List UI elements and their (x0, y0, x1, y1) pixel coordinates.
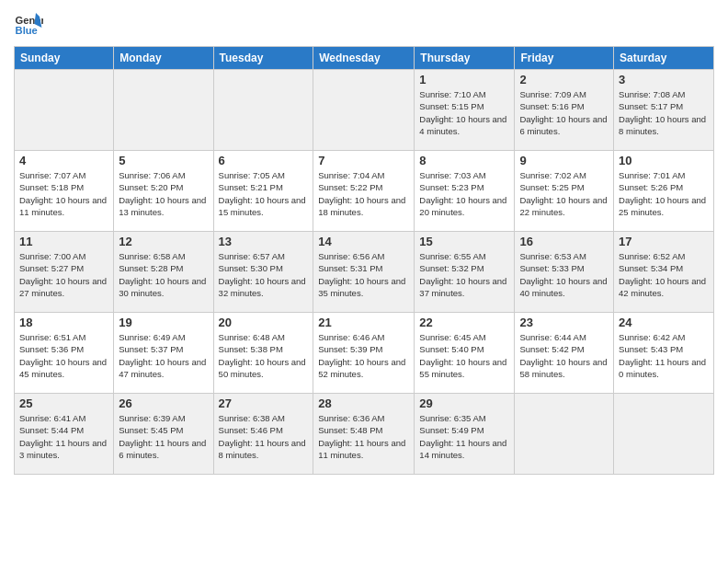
week-row-3: 11Sunrise: 7:00 AM Sunset: 5:27 PM Dayli… (15, 232, 714, 313)
day-cell (114, 70, 213, 151)
day-number: 3 (619, 73, 709, 86)
day-info: Sunrise: 6:44 AM Sunset: 5:42 PM Dayligh… (519, 331, 609, 380)
day-cell: 19Sunrise: 6:49 AM Sunset: 5:37 PM Dayli… (114, 313, 213, 394)
day-number: 20 (219, 316, 309, 329)
day-number: 25 (19, 396, 108, 410)
week-row-5: 25Sunrise: 6:41 AM Sunset: 5:44 PM Dayli… (15, 394, 714, 475)
day-number: 5 (119, 154, 208, 167)
weekday-header-wednesday: Wednesday (313, 47, 415, 70)
day-info: Sunrise: 7:10 AM Sunset: 5:15 PM Dayligh… (419, 88, 509, 137)
day-info: Sunrise: 7:01 AM Sunset: 5:26 PM Dayligh… (619, 169, 709, 218)
weekday-header-thursday: Thursday (415, 47, 515, 70)
day-info: Sunrise: 6:36 AM Sunset: 5:48 PM Dayligh… (318, 412, 409, 461)
day-info: Sunrise: 6:45 AM Sunset: 5:40 PM Dayligh… (419, 331, 509, 380)
day-cell: 28Sunrise: 6:36 AM Sunset: 5:48 PM Dayli… (313, 394, 415, 475)
day-number: 1 (419, 73, 509, 86)
day-info: Sunrise: 6:52 AM Sunset: 5:34 PM Dayligh… (619, 250, 709, 299)
day-cell: 29Sunrise: 6:35 AM Sunset: 5:49 PM Dayli… (415, 394, 515, 475)
day-info: Sunrise: 6:41 AM Sunset: 5:44 PM Dayligh… (19, 412, 108, 461)
day-cell: 6Sunrise: 7:05 AM Sunset: 5:21 PM Daylig… (213, 151, 313, 232)
day-cell: 3Sunrise: 7:08 AM Sunset: 5:17 PM Daylig… (614, 70, 714, 151)
page-container: General Blue SundayMondayTuesdayWednesda… (0, 0, 728, 479)
day-number: 17 (619, 235, 709, 248)
day-number: 13 (219, 235, 309, 248)
day-cell (614, 394, 714, 475)
day-info: Sunrise: 6:55 AM Sunset: 5:32 PM Dayligh… (419, 250, 509, 299)
day-cell: 25Sunrise: 6:41 AM Sunset: 5:44 PM Dayli… (15, 394, 114, 475)
day-info: Sunrise: 7:07 AM Sunset: 5:18 PM Dayligh… (19, 169, 108, 218)
day-info: Sunrise: 6:46 AM Sunset: 5:39 PM Dayligh… (318, 331, 409, 380)
day-info: Sunrise: 6:57 AM Sunset: 5:30 PM Dayligh… (219, 250, 309, 299)
day-info: Sunrise: 7:03 AM Sunset: 5:23 PM Dayligh… (419, 169, 509, 218)
weekday-header-tuesday: Tuesday (213, 47, 313, 70)
day-cell: 5Sunrise: 7:06 AM Sunset: 5:20 PM Daylig… (114, 151, 213, 232)
day-info: Sunrise: 6:56 AM Sunset: 5:31 PM Dayligh… (318, 250, 409, 299)
day-info: Sunrise: 6:35 AM Sunset: 5:49 PM Dayligh… (419, 412, 509, 461)
svg-text:Blue: Blue (16, 25, 38, 36)
day-info: Sunrise: 6:58 AM Sunset: 5:28 PM Dayligh… (119, 250, 208, 299)
week-row-4: 18Sunrise: 6:51 AM Sunset: 5:36 PM Dayli… (15, 313, 714, 394)
day-cell: 14Sunrise: 6:56 AM Sunset: 5:31 PM Dayli… (313, 232, 415, 313)
day-cell: 23Sunrise: 6:44 AM Sunset: 5:42 PM Dayli… (515, 313, 614, 394)
day-cell: 10Sunrise: 7:01 AM Sunset: 5:26 PM Dayli… (614, 151, 714, 232)
day-cell: 11Sunrise: 7:00 AM Sunset: 5:27 PM Dayli… (15, 232, 114, 313)
day-cell (313, 70, 415, 151)
week-row-1: 1Sunrise: 7:10 AM Sunset: 5:15 PM Daylig… (15, 70, 714, 151)
day-cell: 9Sunrise: 7:02 AM Sunset: 5:25 PM Daylig… (515, 151, 614, 232)
day-number: 8 (419, 154, 509, 167)
day-number: 26 (119, 396, 208, 410)
day-cell: 13Sunrise: 6:57 AM Sunset: 5:30 PM Dayli… (213, 232, 313, 313)
day-number: 4 (19, 154, 108, 167)
day-info: Sunrise: 7:09 AM Sunset: 5:16 PM Dayligh… (519, 88, 609, 137)
day-number: 27 (219, 396, 309, 410)
day-cell (213, 70, 313, 151)
day-cell (515, 394, 614, 475)
day-number: 19 (119, 316, 208, 329)
day-info: Sunrise: 7:05 AM Sunset: 5:21 PM Dayligh… (219, 169, 309, 218)
day-info: Sunrise: 6:51 AM Sunset: 5:36 PM Dayligh… (19, 331, 108, 380)
day-cell: 21Sunrise: 6:46 AM Sunset: 5:39 PM Dayli… (313, 313, 415, 394)
day-cell: 7Sunrise: 7:04 AM Sunset: 5:22 PM Daylig… (313, 151, 415, 232)
day-cell: 2Sunrise: 7:09 AM Sunset: 5:16 PM Daylig… (515, 70, 614, 151)
day-cell: 24Sunrise: 6:42 AM Sunset: 5:43 PM Dayli… (614, 313, 714, 394)
day-number: 15 (419, 235, 509, 248)
day-number: 6 (219, 154, 309, 167)
day-info: Sunrise: 6:53 AM Sunset: 5:33 PM Dayligh… (519, 250, 609, 299)
day-info: Sunrise: 7:06 AM Sunset: 5:20 PM Dayligh… (119, 169, 208, 218)
day-number: 10 (619, 154, 709, 167)
day-cell: 26Sunrise: 6:39 AM Sunset: 5:45 PM Dayli… (114, 394, 213, 475)
day-cell: 16Sunrise: 6:53 AM Sunset: 5:33 PM Dayli… (515, 232, 614, 313)
day-info: Sunrise: 7:08 AM Sunset: 5:17 PM Dayligh… (619, 88, 709, 137)
week-row-2: 4Sunrise: 7:07 AM Sunset: 5:18 PM Daylig… (15, 151, 714, 232)
day-info: Sunrise: 6:49 AM Sunset: 5:37 PM Dayligh… (119, 331, 208, 380)
day-number: 21 (318, 316, 409, 329)
header: General Blue (14, 9, 714, 39)
day-info: Sunrise: 6:38 AM Sunset: 5:46 PM Dayligh… (219, 412, 309, 461)
day-number: 9 (519, 154, 609, 167)
day-info: Sunrise: 6:48 AM Sunset: 5:38 PM Dayligh… (219, 331, 309, 380)
day-cell: 18Sunrise: 6:51 AM Sunset: 5:36 PM Dayli… (15, 313, 114, 394)
day-number: 2 (519, 73, 609, 86)
weekday-header-sunday: Sunday (15, 47, 114, 70)
day-number: 22 (419, 316, 509, 329)
calendar-table: SundayMondayTuesdayWednesdayThursdayFrid… (14, 46, 714, 475)
weekday-header-friday: Friday (515, 47, 614, 70)
day-info: Sunrise: 6:42 AM Sunset: 5:43 PM Dayligh… (619, 331, 709, 380)
calendar-header-row: SundayMondayTuesdayWednesdayThursdayFrid… (15, 47, 714, 70)
day-info: Sunrise: 7:04 AM Sunset: 5:22 PM Dayligh… (318, 169, 409, 218)
day-number: 28 (318, 396, 409, 410)
day-info: Sunrise: 6:39 AM Sunset: 5:45 PM Dayligh… (119, 412, 208, 461)
day-cell: 20Sunrise: 6:48 AM Sunset: 5:38 PM Dayli… (213, 313, 313, 394)
day-number: 24 (619, 316, 709, 329)
day-number: 7 (318, 154, 409, 167)
day-cell: 1Sunrise: 7:10 AM Sunset: 5:15 PM Daylig… (415, 70, 515, 151)
weekday-header-saturday: Saturday (614, 47, 714, 70)
day-cell: 12Sunrise: 6:58 AM Sunset: 5:28 PM Dayli… (114, 232, 213, 313)
day-number: 23 (519, 316, 609, 329)
day-cell: 27Sunrise: 6:38 AM Sunset: 5:46 PM Dayli… (213, 394, 313, 475)
day-number: 11 (19, 235, 108, 248)
day-info: Sunrise: 7:02 AM Sunset: 5:25 PM Dayligh… (519, 169, 609, 218)
day-cell: 4Sunrise: 7:07 AM Sunset: 5:18 PM Daylig… (15, 151, 114, 232)
day-cell: 22Sunrise: 6:45 AM Sunset: 5:40 PM Dayli… (415, 313, 515, 394)
day-cell: 17Sunrise: 6:52 AM Sunset: 5:34 PM Dayli… (614, 232, 714, 313)
